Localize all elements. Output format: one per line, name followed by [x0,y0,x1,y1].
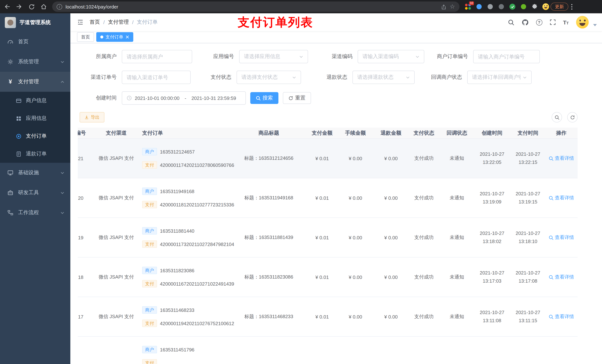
merchant-order-no-input[interactable] [473,50,540,63]
browser-refresh-button[interactable] [26,1,37,12]
user-avatar[interactable] [576,16,589,29]
fee-amount-cell: ¥ 0.00 [336,139,375,178]
tab-home[interactable]: 首页 [77,32,94,42]
merchant-order-no-field[interactable] [478,54,535,60]
sidebar-fold-icon[interactable] [77,19,84,26]
search-icon[interactable] [508,19,514,25]
refund-status-select[interactable]: 请选择退款状态 [353,71,415,84]
reset-button[interactable]: 重置 [283,92,311,104]
help-icon[interactable]: ? [536,19,542,25]
product-title-cell: 标题：1635312124656 [230,139,308,178]
bookmark-star-icon[interactable]: ☆ [450,4,455,10]
notify-status-cell [441,337,473,364]
action-cell: 查看详情 [545,258,578,297]
table-header: 编号 支付渠道 支付订单 商品标题 支付金额 手续金额 退款金额 支付状态 回调… [78,128,578,139]
action-cell [545,337,578,364]
browser-forward-button[interactable] [14,1,24,12]
extension-icon-gray-2[interactable] [498,3,505,10]
view-detail-link[interactable]: 查看详情 [548,274,574,281]
tab-pay-order[interactable]: 支付订单 [96,32,133,42]
extension-icon-drop[interactable] [476,3,483,10]
extension-icon-gray-1[interactable] [487,3,494,10]
sidebar-item-pay-order[interactable]: 支付订单 [0,127,70,145]
channel-order-no-input[interactable] [122,71,191,84]
view-detail-link[interactable]: 查看详情 [548,234,574,241]
create-time-range-picker[interactable]: 2021-10-01 00:00:00 - 2021-10-31 23:59:5… [122,91,246,105]
view-detail-link[interactable]: 查看详情 [548,313,574,320]
order-no-cell: 20 [78,178,96,218]
chevron-down-icon [60,191,64,195]
browser-profile-avatar[interactable] [542,3,549,10]
app-id-select[interactable]: 请选择应用信息 [239,50,308,63]
sidebar-item-system[interactable]: 系统管理 [0,52,70,72]
extension-icon-green[interactable] [520,3,527,10]
breadcrumb-payment[interactable]: 支付管理 [108,19,129,26]
search-icon [256,96,261,100]
sidebar-item-payment[interactable]: ¥ 支付管理 [0,72,70,92]
sidebar-item-app-info[interactable]: 应用信息 [0,110,70,127]
breadcrumb-home[interactable]: 首页 [90,19,100,26]
github-icon[interactable] [521,19,528,26]
pay-time-cell: 2021-10-2713:18:10 [511,218,545,257]
sidebar-item-merchant-info[interactable]: 商户信息 [0,92,70,110]
date-end[interactable]: 2021-10-31 23:59:59 [191,95,236,101]
breadcrumb: 首页 / 支付管理 / 支付订单 [90,19,158,26]
view-detail-link[interactable]: 查看详情 [548,195,574,201]
view-detail-link[interactable]: 查看详情 [548,155,574,162]
pay-status-select[interactable]: 请选择支付状态 [236,71,301,84]
table-row: 21 微信 JSAPI 支付 商户 1635312124657 支付 42000… [78,139,578,178]
merchant-input[interactable] [122,50,192,63]
create-time-cell [473,337,511,364]
search-button[interactable]: 搜索 [250,92,279,104]
browser-menu-icon[interactable] [571,4,572,10]
notify-status-cell: 未通知 [441,218,473,257]
channel-code-select[interactable]: 请输入渠道编码 [358,50,424,63]
pay-time-cell: 2021-10-2713:11:15 [511,297,545,336]
site-info-icon[interactable]: i [57,4,62,10]
table-toolbar: 导出 [78,112,578,123]
extension-icon-grid[interactable]: 10 [465,3,471,10]
pay-order-cell: 商户 1635311823086 支付 42000011672021102710… [137,258,230,297]
filter-row-3: 创建时间 2021-10-01 00:00:00 - 2021-10-31 23… [78,91,595,105]
browser-home-button[interactable] [39,1,49,12]
chevron-down-icon [60,60,64,64]
merchant-input-field[interactable] [127,54,187,60]
puzzle-extensions-icon[interactable] [531,3,538,10]
avatar-caret-icon[interactable] [593,24,597,26]
gear-icon [7,59,13,65]
breadcrumb-current: 支付订单 [137,19,158,26]
browser-chrome: i localhost:1024/pay/order ☆ 10 [0,0,602,13]
font-size-icon[interactable]: TT [563,19,569,25]
browser-update-button[interactable]: 更新 [550,3,568,11]
channel-order-no-field[interactable] [127,74,186,80]
merchant-tag: 商户 [142,187,157,195]
show-search-button[interactable] [552,112,562,123]
pay-order-cell: 商户 1635311949168 支付 42000011812021102777… [137,178,230,218]
tab-close-icon[interactable] [126,35,129,39]
sidebar-item-workflow[interactable]: 工作流程 [0,203,70,223]
chevron-up-icon [60,80,64,84]
extension-icon-check[interactable] [509,3,516,10]
sidebar-item-dev-tools[interactable]: 研发工具 [0,183,70,203]
browser-back-button[interactable] [2,1,12,12]
refresh-table-button[interactable] [567,112,578,123]
table-row: 17 微信 JSAPI 支付 商户 1635311468233 支付 42000… [78,297,578,337]
create-time-cell: 2021-10-2713:19:09 [473,178,511,218]
sidebar-item-home[interactable]: 首页 [0,32,70,52]
export-button[interactable]: 导出 [80,112,104,123]
fee-amount-cell: ¥ 0.00 [336,218,375,257]
date-start[interactable]: 2021-10-01 00:00:00 [135,95,179,101]
sidebar-item-refund-order[interactable]: 退款订单 [0,145,70,163]
clock-icon [127,95,132,101]
sidebar-item-infrastructure[interactable]: 基础设施 [0,163,70,183]
action-cell: 查看详情 [545,139,578,178]
url-bar[interactable]: i localhost:1024/pay/order ☆ [52,1,460,12]
pay-tag: 支付 [142,161,157,169]
pay-time-cell [511,337,545,364]
fullscreen-icon[interactable] [550,19,556,25]
share-icon[interactable] [441,4,446,10]
merchant-order-no: 1635311881440 [160,228,194,234]
app-logo: 芋道管理系统 [0,13,70,32]
notify-status-select[interactable]: 请选择订单回调商户状态 [467,71,532,84]
yen-icon: ¥ [7,79,13,85]
